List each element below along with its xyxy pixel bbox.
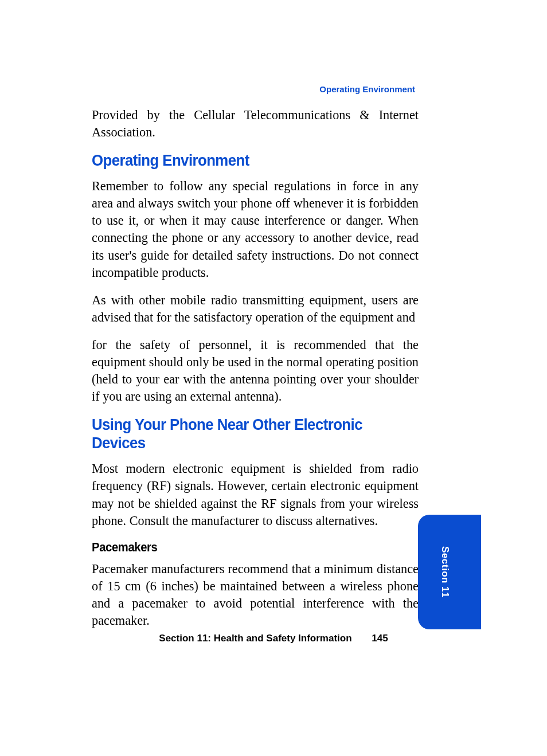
heading-operating-environment: Operating Environment: [92, 151, 392, 170]
subheading-pacemakers: Pacemakers: [92, 540, 392, 555]
footer-section-label: Section 11: Health and Safety Informatio…: [159, 633, 351, 644]
section-tab-label: Section 11: [439, 546, 451, 598]
page-footer: Section 11: Health and Safety Informatio…: [0, 633, 547, 644]
running-header: Operating Environment: [319, 84, 415, 94]
body-paragraph: for the safety of personnel, it is recom…: [92, 336, 419, 405]
body-paragraph: Most modern electronic equipment is shie…: [92, 460, 419, 529]
intro-paragraph: Provided by the Cellular Telecommunicati…: [92, 107, 419, 141]
page-number: 145: [372, 633, 388, 644]
section-tab: Section 11: [418, 515, 481, 629]
heading-using-phone-near-devices: Using Your Phone Near Other Electronic D…: [92, 416, 392, 452]
body-paragraph: Remember to follow any special regulatio…: [92, 178, 419, 281]
document-page: Operating Environment Provided by the Ce…: [0, 0, 547, 756]
main-content: Provided by the Cellular Telecommunicati…: [92, 107, 419, 640]
body-paragraph: As with other mobile radio transmitting …: [92, 292, 419, 326]
body-paragraph: Pacemaker manufacturers recommend that a…: [92, 561, 419, 629]
